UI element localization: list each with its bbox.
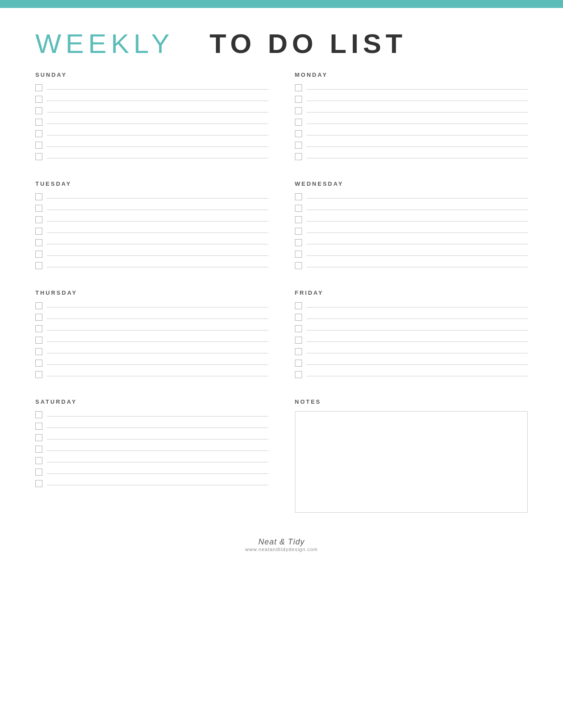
- checkbox[interactable]: [295, 153, 302, 160]
- checkbox[interactable]: [35, 84, 42, 91]
- task-line: [306, 307, 528, 308]
- checkbox[interactable]: [295, 107, 302, 114]
- task-item: [295, 262, 528, 269]
- checkbox[interactable]: [35, 371, 42, 378]
- notes-box[interactable]: [295, 411, 528, 513]
- checkbox[interactable]: [35, 262, 42, 269]
- checkbox[interactable]: [295, 216, 302, 223]
- checkbox[interactable]: [295, 302, 302, 309]
- checkbox[interactable]: [35, 216, 42, 223]
- task-item: [35, 469, 268, 476]
- task-item: [35, 314, 268, 321]
- task-line: [306, 210, 528, 210]
- task-item: [295, 142, 528, 149]
- task-item: [35, 228, 268, 235]
- task-line: [47, 319, 268, 319]
- day-label-notes: NOTES: [295, 398, 528, 405]
- checkbox[interactable]: [35, 480, 42, 487]
- title-weekly: WEEKLY: [35, 28, 174, 59]
- task-line: [306, 146, 528, 147]
- checkbox[interactable]: [35, 457, 42, 464]
- brand-name: Neat & Tidy: [258, 537, 305, 546]
- task-line: [306, 135, 528, 135]
- checkbox[interactable]: [35, 205, 42, 212]
- checkbox[interactable]: [295, 348, 302, 355]
- checkbox[interactable]: [35, 302, 42, 309]
- checkbox[interactable]: [295, 371, 302, 378]
- task-line: [47, 158, 268, 158]
- checkbox[interactable]: [35, 130, 42, 137]
- day-label-thursday: THURSDAY: [35, 289, 268, 296]
- checkbox[interactable]: [295, 205, 302, 212]
- task-line: [306, 255, 528, 256]
- task-item: [35, 84, 268, 91]
- checkbox[interactable]: [35, 434, 42, 441]
- task-item: [35, 262, 268, 269]
- checkbox[interactable]: [295, 84, 302, 91]
- main-grid: SUNDAY MONDAY: [35, 71, 528, 529]
- task-list-thursday: [35, 302, 268, 378]
- checkbox[interactable]: [35, 337, 42, 344]
- checkbox[interactable]: [295, 325, 302, 332]
- day-section-notes: NOTES: [295, 398, 528, 513]
- task-item: [295, 337, 528, 344]
- checkbox[interactable]: [35, 153, 42, 160]
- checkbox[interactable]: [295, 228, 302, 235]
- checkbox[interactable]: [35, 469, 42, 476]
- task-list-tuesday: [35, 193, 268, 269]
- task-line: [306, 124, 528, 124]
- checkbox[interactable]: [35, 142, 42, 149]
- task-item: [35, 96, 268, 103]
- task-item: [35, 411, 268, 418]
- checkbox[interactable]: [295, 142, 302, 149]
- task-item: [295, 153, 528, 160]
- checkbox[interactable]: [295, 314, 302, 321]
- task-item: [295, 360, 528, 367]
- checkbox[interactable]: [295, 239, 302, 246]
- task-list-sunday: [35, 84, 268, 160]
- task-item: [295, 193, 528, 200]
- checkbox[interactable]: [295, 360, 302, 367]
- task-line: [47, 473, 268, 474]
- checkbox[interactable]: [35, 251, 42, 258]
- checkbox[interactable]: [35, 239, 42, 246]
- checkbox[interactable]: [295, 130, 302, 137]
- checkbox[interactable]: [295, 337, 302, 344]
- task-line: [47, 221, 268, 221]
- task-line: [47, 255, 268, 256]
- day-label-sunday: SUNDAY: [35, 71, 268, 78]
- task-item: [35, 434, 268, 441]
- checkbox[interactable]: [35, 193, 42, 200]
- day-label-tuesday: TUESDAY: [35, 180, 268, 187]
- checkbox[interactable]: [35, 119, 42, 126]
- checkbox[interactable]: [35, 314, 42, 321]
- checkbox[interactable]: [295, 251, 302, 258]
- checkbox[interactable]: [35, 96, 42, 103]
- task-list-friday: [295, 302, 528, 378]
- checkbox[interactable]: [295, 193, 302, 200]
- task-line: [47, 210, 268, 210]
- checkbox[interactable]: [35, 423, 42, 430]
- checkbox[interactable]: [35, 325, 42, 332]
- checkbox[interactable]: [35, 446, 42, 453]
- checkbox[interactable]: [295, 119, 302, 126]
- checkbox[interactable]: [35, 348, 42, 355]
- task-line: [47, 376, 268, 376]
- checkbox[interactable]: [35, 360, 42, 367]
- checkbox[interactable]: [35, 107, 42, 114]
- task-line: [47, 450, 268, 451]
- task-item: [295, 371, 528, 378]
- checkbox[interactable]: [295, 96, 302, 103]
- checkbox[interactable]: [35, 411, 42, 418]
- task-item: [295, 216, 528, 223]
- content: WEEKLY TO DO LIST SUNDAY: [0, 8, 563, 578]
- title-rest: TO DO LIST: [209, 28, 407, 59]
- task-line: [306, 198, 528, 199]
- task-line: [47, 101, 268, 101]
- task-line: [47, 364, 268, 365]
- task-item: [295, 239, 528, 246]
- task-line: [306, 101, 528, 101]
- checkbox[interactable]: [35, 228, 42, 235]
- task-item: [35, 325, 268, 332]
- checkbox[interactable]: [295, 262, 302, 269]
